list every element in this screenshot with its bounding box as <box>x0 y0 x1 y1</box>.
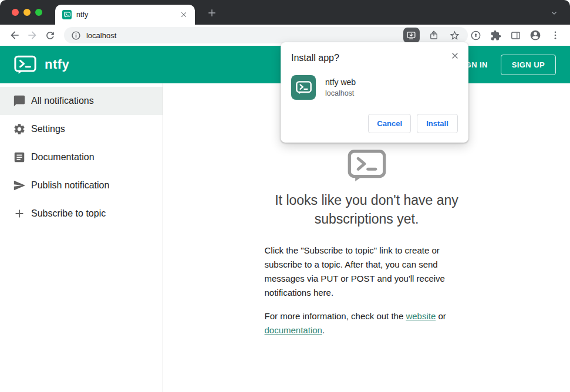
ntfy-app-icon <box>291 75 316 100</box>
reload-icon <box>45 30 56 41</box>
gear-icon <box>12 122 26 136</box>
back-arrow-icon <box>9 29 21 41</box>
app-name: ntfy web <box>325 77 356 87</box>
new-tab-button[interactable] <box>204 5 220 21</box>
url-text[interactable]: localhost <box>86 31 116 40</box>
more-info-separator: or <box>436 311 446 321</box>
profile-avatar-icon[interactable] <box>528 28 543 43</box>
dialog-app-row: ntfy web localhost <box>291 75 458 100</box>
documentation-link[interactable]: documentation <box>265 325 322 335</box>
ntfy-logo-icon <box>348 149 386 183</box>
window-minimize-button[interactable] <box>23 9 31 16</box>
dialog-title: Install app? <box>291 53 458 63</box>
more-info-text: For more information, check out the webs… <box>265 309 469 337</box>
side-panel-icon[interactable] <box>508 28 523 43</box>
sidebar-item-documentation[interactable]: Documentation <box>0 143 163 171</box>
sidebar-item-label: All notifications <box>31 96 94 106</box>
sidebar-item-settings[interactable]: Settings <box>0 115 163 143</box>
forward-arrow-icon <box>26 29 38 41</box>
install-app-dialog: Install app? ntfy web localhost Cancel I… <box>281 42 468 143</box>
sign-up-button[interactable]: SIGN UP <box>501 55 556 75</box>
address-bar[interactable]: localhost <box>64 27 468 43</box>
empty-state-description: Click the "Subscribe to topic" link to c… <box>265 244 469 300</box>
window-zoom-button[interactable] <box>35 9 42 16</box>
browser-tab-strip: ntfy <box>0 0 570 25</box>
sidebar-item-label: Settings <box>31 124 65 134</box>
brand-name: ntfy <box>45 57 69 72</box>
app-origin: localhost <box>325 89 356 97</box>
sidebar-item-label: Publish notification <box>31 180 109 191</box>
window-close-button[interactable] <box>12 9 19 16</box>
sidebar-item-label: Subscribe to topic <box>31 208 106 219</box>
install-icon <box>406 31 416 40</box>
back-button[interactable] <box>7 27 22 43</box>
reload-button[interactable] <box>43 27 58 43</box>
site-info-icon[interactable] <box>71 31 81 40</box>
sidebar-item-label: Documentation <box>31 152 95 163</box>
header-actions: SIGN IN SIGN UP <box>458 55 556 75</box>
sidebar-item-all-notifications[interactable]: All notifications <box>0 87 163 115</box>
bookmark-button[interactable] <box>448 28 462 42</box>
sidebar: All notifications Settings Documentation… <box>0 83 163 392</box>
tab-strip-chevron-icon[interactable] <box>547 5 562 21</box>
cancel-button[interactable]: Cancel <box>368 114 411 133</box>
chat-bubble-icon <box>12 94 26 108</box>
plus-icon <box>207 8 217 18</box>
dialog-app-text: ntfy web localhost <box>325 77 356 97</box>
install-app-button[interactable] <box>403 28 420 43</box>
send-icon <box>12 178 26 192</box>
star-icon <box>449 30 460 41</box>
sidebar-item-subscribe-to-topic[interactable]: Subscribe to topic <box>0 200 163 228</box>
tab-close-icon[interactable] <box>178 9 189 20</box>
forward-button[interactable] <box>25 27 40 43</box>
password-manager-extension-icon[interactable] <box>468 28 483 43</box>
dialog-close-icon[interactable] <box>449 50 461 62</box>
sidebar-item-publish-notification[interactable]: Publish notification <box>0 171 163 200</box>
more-info-suffix: . <box>322 325 325 335</box>
website-link[interactable]: website <box>406 311 436 321</box>
browser-menu-icon[interactable] <box>548 28 563 43</box>
ntfy-logo-icon <box>14 55 36 75</box>
document-icon <box>12 150 26 164</box>
dialog-actions: Cancel Install <box>291 114 458 133</box>
empty-state-heading: It looks like you don't have any subscri… <box>241 191 493 228</box>
extensions-puzzle-icon[interactable] <box>488 28 503 43</box>
window-controls <box>12 9 42 16</box>
browser-tab[interactable]: ntfy <box>55 5 195 25</box>
more-info-prefix: For more information, check out the <box>265 311 406 321</box>
browser-window: ntfy localhost <box>0 0 570 392</box>
tab-title: ntfy <box>76 11 174 19</box>
share-icon <box>429 30 439 40</box>
install-button[interactable]: Install <box>417 114 458 133</box>
share-button[interactable] <box>427 28 441 42</box>
ntfy-favicon-icon <box>62 10 72 19</box>
toolbar-right-icons <box>468 28 563 43</box>
plus-icon <box>12 207 26 221</box>
